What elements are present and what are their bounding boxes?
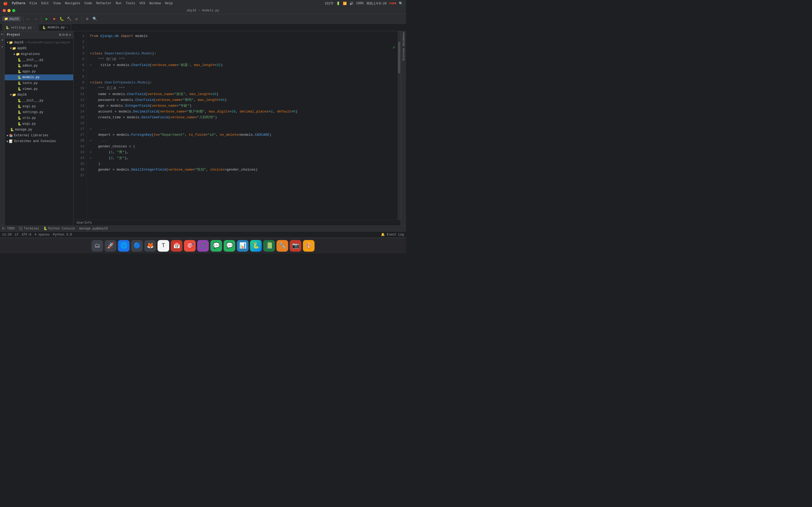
sidebar-close-icon[interactable]: ✕	[69, 33, 71, 37]
minimize-button[interactable]	[7, 9, 11, 12]
build-button[interactable]: 🔨	[66, 16, 72, 22]
editor-tabbar: 🐍 settings.py ✕ 🐍 models.py ✕	[0, 24, 406, 31]
menu-run[interactable]: Run	[116, 2, 121, 5]
toolbar-sep-3	[82, 16, 82, 22]
dock-safari[interactable]: 🌐	[118, 240, 130, 251]
dock-app5[interactable]: 📊	[237, 240, 248, 251]
tree-item-views[interactable]: 🐍 views.py	[5, 86, 73, 92]
code-editor[interactable]: from django.db import models ▼ class D	[87, 31, 398, 220]
tree-item-urls[interactable]: 🐍 urls.py	[5, 115, 73, 121]
dock-pycharm[interactable]: 🐍	[250, 240, 262, 251]
tree-item-init-app01[interactable]: 🐍 __init__.py	[5, 57, 73, 63]
stop-button[interactable]: ■	[51, 16, 57, 22]
status-eventlog[interactable]: 🔔 Event Log	[381, 233, 404, 237]
close-button[interactable]	[3, 9, 6, 12]
status-python[interactable]: Python 3.9	[53, 233, 72, 237]
status-encoding[interactable]: UTF-8	[22, 233, 31, 237]
menu-window[interactable]: Window	[149, 2, 161, 5]
dock-excel[interactable]: 📗	[263, 240, 275, 251]
tree-item-settings[interactable]: 🐍 settings.py	[5, 109, 73, 115]
manage-py-btn[interactable]: manage.py@day16	[79, 227, 108, 230]
tab-settings-close[interactable]: ✕	[33, 26, 35, 29]
fn-charfield-dept: CharField	[132, 62, 150, 68]
dock-app3[interactable]: 🎵	[197, 240, 209, 251]
run-button[interactable]: ▶	[44, 16, 50, 22]
dock-textedit[interactable]: T	[158, 240, 169, 251]
tree-item-day16-sub[interactable]: ▼ 📁 day16	[5, 92, 73, 98]
menu-file[interactable]: File	[29, 2, 37, 5]
tree-item-day16-root[interactable]: ▼ 📁 day16 ~/PycharmProjects/gx/day16	[5, 40, 73, 45]
terminal-btn[interactable]: ⬛ Terminal	[19, 227, 39, 230]
status-cursor[interactable]: 11:20	[2, 233, 12, 237]
maximize-button[interactable]	[12, 9, 15, 12]
settings-button[interactable]: ⚙	[84, 16, 90, 22]
fold-17[interactable]: ▽	[90, 126, 92, 132]
editor-scrollbar[interactable]	[398, 31, 401, 220]
back-button[interactable]: ←	[26, 16, 32, 22]
menu-code[interactable]: Code	[84, 2, 92, 5]
dock-firefox[interactable]: 🦊	[144, 240, 156, 251]
debug-button[interactable]: 🐛	[58, 16, 65, 22]
dock-app2[interactable]: 🎯	[184, 240, 196, 251]
menu-vcs[interactable]: VCS	[140, 2, 145, 5]
dock-chrome[interactable]: 🔵	[131, 240, 143, 251]
search-icon[interactable]: 🔍	[399, 2, 403, 6]
tree-item-asgi[interactable]: 🐍 asgi.py	[5, 104, 73, 109]
tab-settings-py[interactable]: 🐍 settings.py ✕	[2, 24, 38, 31]
python-icon-asgi: 🐍	[17, 105, 21, 109]
dock-app6[interactable]: 🔧	[276, 240, 288, 251]
tab-models-close[interactable]: ✕	[66, 26, 68, 29]
structure-icon[interactable]: ≡	[1, 38, 3, 42]
favorites-icon[interactable]: ★	[1, 45, 3, 48]
todo-panel-btn[interactable]: 6: TODO	[2, 227, 14, 230]
tree-item-scratches[interactable]: ▶ 📝 Scratches and Consoles	[5, 138, 73, 144]
search-button[interactable]: 🔍	[92, 16, 98, 22]
tree-item-apps[interactable]: 🐍 apps.py	[5, 69, 73, 74]
menu-view[interactable]: View	[53, 2, 61, 5]
menu-edit[interactable]: Edit	[41, 2, 49, 5]
sidebar-layout-icon[interactable]: ⊞	[59, 33, 61, 37]
dock-app1[interactable]: 📅	[171, 240, 183, 251]
dock-finder[interactable]: 🗂	[92, 240, 103, 251]
menu-help[interactable]: Help	[165, 2, 172, 5]
fold-6[interactable]: ▽	[90, 62, 92, 68]
dock-app8[interactable]: 🎨	[303, 240, 314, 251]
tree-item-init-day16[interactable]: 🐍 __init__.py	[5, 98, 73, 104]
project-panel-icon[interactable]: 1	[1, 33, 4, 35]
tree-item-wsgi[interactable]: 🐍 wsgi.py	[5, 121, 73, 127]
apple-icon[interactable]: 🍎	[3, 1, 8, 6]
sidebar-settings-icon[interactable]: ⚙	[65, 33, 68, 37]
status-lf[interactable]: LF	[15, 233, 18, 237]
menu-tools[interactable]: Tools	[126, 2, 135, 5]
sidebar-collapse-icon[interactable]: ⊟	[62, 33, 64, 37]
tree-item-app01[interactable]: ▼ 📁 app01	[5, 45, 73, 51]
tree-item-admin[interactable]: 🐍 admin.py	[5, 63, 73, 69]
status-indent[interactable]: 4 spaces	[34, 233, 50, 237]
database-panel-label[interactable]: Database	[402, 32, 405, 46]
tree-item-manage[interactable]: 🐍 manage.py	[5, 127, 73, 132]
fold-33[interactable]: ▽	[90, 150, 92, 155]
dock-app7[interactable]: 📷	[290, 240, 301, 251]
fold-9[interactable]: ▼	[90, 80, 92, 86]
fold-4[interactable]: ▼	[90, 51, 92, 57]
tree-item-external-libs[interactable]: ▶ 📚 External Libraries	[5, 132, 73, 138]
forward-button[interactable]: →	[33, 16, 39, 22]
tree-item-tests[interactable]: 🐍 tests.py	[5, 80, 73, 86]
fold-28[interactable]: ▽	[90, 138, 92, 144]
dock-wechat[interactable]: 💬	[223, 240, 235, 251]
menu-pycharm[interactable]: PyCharm	[12, 2, 25, 5]
menu-navigate[interactable]: Navigate	[65, 2, 80, 5]
menu-refactor[interactable]: Refactor	[96, 2, 111, 5]
tree-item-migrations[interactable]: ▶ 📁 migrations	[5, 51, 73, 57]
scrollbar-thumb[interactable]	[398, 42, 400, 73]
dock-launchpad[interactable]: 🚀	[105, 240, 116, 251]
branch-selector[interactable]: 📁 day16	[2, 16, 21, 21]
dock-app4[interactable]: 💬	[210, 240, 222, 251]
sciview-panel-label[interactable]: SciView	[402, 48, 405, 60]
tree-item-models[interactable]: 🐍 models.py	[5, 74, 73, 80]
python-console-btn[interactable]: 🐍 Python Console	[43, 227, 75, 230]
fold-34[interactable]: ▽	[90, 155, 92, 161]
tab-models-py[interactable]: 🐍 models.py ✕	[39, 24, 71, 31]
folder-icon-migrations: 📁	[16, 52, 20, 56]
reload-button[interactable]: ↺	[73, 16, 80, 22]
